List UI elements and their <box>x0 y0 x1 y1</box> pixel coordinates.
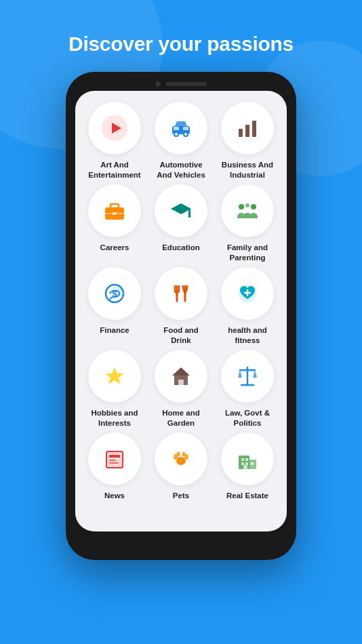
svg-point-16 <box>188 215 191 218</box>
svg-rect-38 <box>109 455 120 458</box>
svg-rect-8 <box>245 125 249 137</box>
svg-point-17 <box>239 204 244 209</box>
category-label-law: Law, Govt & Politics <box>216 408 279 428</box>
svg-rect-7 <box>239 129 243 137</box>
page-title: Discover your passions <box>14 33 348 56</box>
phone-speaker <box>166 82 207 86</box>
category-item-education[interactable]: Education <box>150 184 212 263</box>
category-item-family[interactable]: Family and Parenting <box>216 184 279 263</box>
categories-grid: Art And Entertainment Automotive And Veh… <box>75 91 287 511</box>
category-label-careers: Careers <box>98 243 132 253</box>
category-item-hobbies[interactable]: Hobbies and Interests <box>83 350 146 428</box>
category-label-business: Business And Industrial <box>216 160 279 180</box>
category-item-pets[interactable]: Pets <box>150 432 212 501</box>
category-icon-wrap-law <box>221 350 274 403</box>
category-label-automotive: Automotive And Vehicles <box>150 160 212 180</box>
phone-wrapper: Art And Entertainment Automotive And Veh… <box>0 72 362 560</box>
category-icon-wrap-family <box>221 184 274 237</box>
svg-marker-30 <box>172 367 190 376</box>
category-label-education: Education <box>159 243 203 253</box>
phone-frame: Art And Entertainment Automotive And Veh… <box>66 72 296 560</box>
header: Discover your passions <box>0 0 362 72</box>
category-icon-wrap-pets <box>155 432 207 485</box>
svg-point-4 <box>184 132 188 136</box>
svg-point-45 <box>182 451 186 456</box>
category-item-art-entertainment[interactable]: Art And Entertainment <box>83 102 146 180</box>
category-item-law[interactable]: Law, Govt & Politics <box>216 350 279 428</box>
category-label-realestate: Real Estate <box>224 491 271 501</box>
category-item-realestate[interactable]: Real Estate <box>216 432 279 501</box>
category-label-home: Home and Garden <box>150 408 212 428</box>
category-icon-wrap-realestate <box>221 432 274 485</box>
category-item-automotive[interactable]: Automotive And Vehicles <box>150 102 212 180</box>
phone-camera <box>155 81 161 87</box>
svg-rect-52 <box>251 462 254 465</box>
svg-rect-32 <box>178 380 184 385</box>
category-icon-wrap-automotive <box>155 102 207 155</box>
svg-rect-51 <box>245 462 248 465</box>
category-icon-wrap-art-entertainment <box>88 102 141 155</box>
category-icon-wrap-finance: $ <box>88 267 141 320</box>
category-label-news: News <box>102 491 127 501</box>
svg-marker-29 <box>105 367 124 384</box>
svg-rect-48 <box>241 458 244 461</box>
category-label-family: Family and Parenting <box>216 243 279 263</box>
category-item-food[interactable]: Food and Drink <box>150 267 212 346</box>
category-icon-wrap-food <box>155 267 207 320</box>
category-icon-wrap-business <box>221 102 274 155</box>
svg-point-3 <box>174 132 178 136</box>
category-label-hobbies: Hobbies and Interests <box>83 408 146 428</box>
category-label-art-entertainment: Art And Entertainment <box>83 160 146 180</box>
svg-point-41 <box>176 457 186 465</box>
category-item-careers[interactable]: Careers <box>83 184 146 263</box>
category-label-finance: Finance <box>97 325 132 336</box>
category-icon-wrap-home <box>155 350 207 403</box>
phone-screen: Art And Entertainment Automotive And Veh… <box>75 91 287 531</box>
svg-rect-53 <box>243 465 247 469</box>
svg-rect-15 <box>188 209 190 216</box>
svg-point-19 <box>245 203 249 207</box>
svg-point-44 <box>177 451 180 456</box>
category-label-pets: Pets <box>170 491 192 501</box>
svg-rect-5 <box>174 127 179 130</box>
category-item-home[interactable]: Home and Garden <box>150 350 212 428</box>
svg-rect-6 <box>183 127 188 130</box>
svg-rect-11 <box>110 204 119 208</box>
svg-rect-13 <box>113 212 117 215</box>
svg-rect-39 <box>109 460 116 461</box>
svg-rect-40 <box>109 462 119 464</box>
svg-point-18 <box>251 204 256 209</box>
category-label-food: Food and Drink <box>150 325 212 346</box>
category-item-business[interactable]: Business And Industrial <box>216 102 279 180</box>
category-icon-wrap-health <box>221 267 274 320</box>
category-item-news[interactable]: News <box>83 432 146 501</box>
svg-rect-9 <box>252 121 256 137</box>
category-icon-wrap-news <box>88 432 141 485</box>
phone-notch <box>75 81 287 87</box>
svg-rect-50 <box>241 462 244 465</box>
category-icon-wrap-education <box>155 184 207 237</box>
category-icon-wrap-careers <box>88 184 141 237</box>
category-item-finance[interactable]: $ Finance <box>83 267 146 346</box>
category-item-health[interactable]: health and fitness <box>216 267 279 346</box>
category-label-health: health and fitness <box>216 325 279 346</box>
svg-rect-49 <box>245 458 248 461</box>
category-icon-wrap-hobbies <box>88 350 141 403</box>
